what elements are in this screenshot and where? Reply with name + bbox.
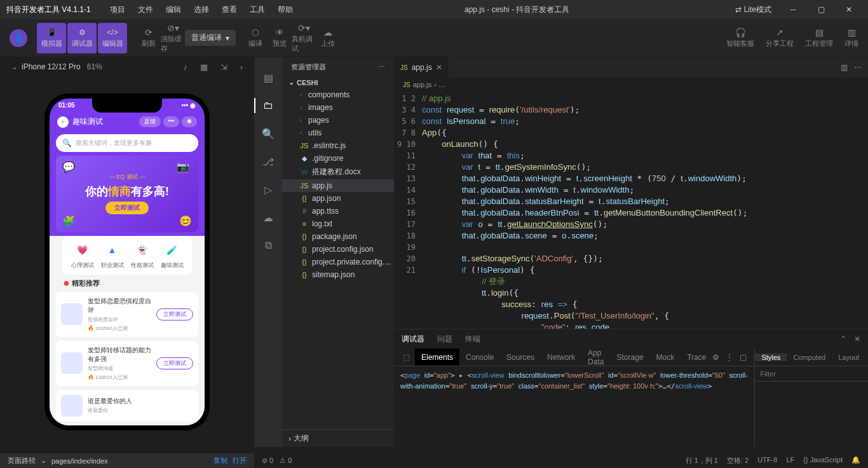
split-icon[interactable]: ▥ — [841, 63, 848, 72]
activity-stats[interactable]: ⧉ — [254, 231, 282, 259]
maximize-button[interactable]: ▢ — [808, 1, 834, 18]
copy-link[interactable]: 复制 — [214, 456, 227, 465]
search-input[interactable]: 🔍搜索关键词，发现更多有趣 — [56, 134, 198, 152]
styles-tab-layout[interactable]: Layout — [832, 354, 865, 361]
eol[interactable]: LF — [786, 456, 794, 465]
minimap[interactable] — [817, 92, 868, 329]
file-gitignore[interactable]: ◆.gitignore — [282, 152, 394, 165]
styles-filter[interactable] — [760, 370, 868, 378]
styles-tab-styles[interactable]: Styles — [755, 354, 787, 361]
phone-screen[interactable]: 01:05••• ◉ ✦ 趣味测试 反馈 ••• ◉ 🔍搜索关键词，发现更多有趣… — [50, 99, 205, 425]
activity-cloud[interactable]: ☁ — [254, 203, 282, 231]
breadcrumb[interactable]: JS app.js › … — [394, 78, 868, 92]
language-mode[interactable]: {} JavaScript — [803, 456, 843, 465]
cat-fun[interactable]: 🧪趣味测试 — [161, 241, 184, 270]
gear-icon[interactable]: ⚙ — [712, 353, 719, 362]
debug-tab-terminal[interactable]: 终端 — [465, 334, 480, 345]
tab-appjs[interactable]: JSapp.js✕ — [394, 57, 449, 78]
cat-psych[interactable]: 💗心理测试 — [71, 241, 94, 270]
close-button[interactable]: ✕ — [836, 1, 862, 18]
errors-count[interactable]: ⊘ 0 — [262, 457, 273, 465]
cat-career[interactable]: ▲职业测试 — [101, 241, 124, 270]
chevron-right-icon[interactable]: › — [240, 62, 243, 72]
editor-toggle[interactable]: </>编辑器 — [98, 23, 127, 53]
menu-tools[interactable]: 工具 — [243, 4, 271, 15]
subtab-sources[interactable]: Sources — [500, 348, 541, 366]
file-appjson[interactable]: {}app.json — [282, 192, 394, 205]
export-icon[interactable]: ⇲ — [220, 62, 227, 72]
subtab-elements[interactable]: Elements — [415, 348, 459, 366]
file-appttss[interactable]: #app.ttss — [282, 205, 394, 217]
user-avatar[interactable]: 👤 — [10, 29, 27, 47]
activity-git[interactable]: ⎇ — [254, 148, 282, 176]
douyin-icon[interactable]: ♪ — [183, 62, 187, 72]
menu-select[interactable]: 选择 — [187, 4, 215, 15]
file-sitemap[interactable]: {}sitemap.json — [282, 268, 394, 281]
minimize-button[interactable]: ─ — [780, 1, 806, 18]
zoom-level[interactable]: 61% — [87, 62, 102, 71]
project-mgmt-button[interactable]: ▤工程管理 — [805, 27, 833, 48]
activity-pages[interactable]: ▤ — [254, 64, 282, 92]
more-icon[interactable]: ⋯ — [854, 63, 862, 72]
device-debug-button[interactable]: ⟳▾真机调试 — [292, 23, 316, 53]
outline-section[interactable]: › 大纲 — [282, 429, 394, 447]
menu-view[interactable]: 查看 — [215, 4, 243, 15]
list-item[interactable]: 发型师转移话题的能力有多强发型师沟通🔥 138019人已测立即测试 — [56, 341, 198, 386]
refresh-button[interactable]: ⟳刷新 — [137, 23, 161, 53]
folder-images[interactable]: ›images — [282, 101, 394, 114]
close-icon[interactable]: ✕ — [854, 334, 860, 343]
banner[interactable]: 💬📷 🧩😊 — EQ 测试 — 你的情商有多高! 立即测试 — [56, 156, 198, 232]
file-package[interactable]: {}package.json — [282, 230, 394, 243]
folder-utils[interactable]: ›utils — [282, 127, 394, 139]
activity-search[interactable]: 🔍 — [254, 120, 282, 148]
share-button[interactable]: ↗分享工程 — [766, 27, 794, 48]
menu-project[interactable]: 项目 — [104, 4, 132, 15]
cursor-position[interactable]: 行 1，列 1 — [686, 456, 718, 465]
code-editor[interactable]: // app.js const request = require('/util… — [422, 92, 817, 329]
subtab-mock[interactable]: Mock — [650, 348, 681, 366]
dock-icon[interactable]: ▢ — [740, 353, 747, 362]
file-projectconfig[interactable]: {}project.config.json — [282, 243, 394, 256]
more-badge[interactable]: ••• — [163, 116, 179, 127]
compile-mode-select[interactable]: 普通编译 ▾ — [185, 30, 236, 46]
banner-cta[interactable]: 立即测试 — [105, 202, 149, 214]
file-log[interactable]: ≡log.txt — [282, 217, 394, 230]
list-item[interactable]: 发型师恋爱恐惧程度自评恐惧程度自评🔥 203560人已测立即测试 — [56, 292, 198, 337]
support-button[interactable]: 🎧智能客服 — [726, 27, 754, 48]
cat-personality[interactable]: 👻性格测试 — [131, 241, 154, 270]
bell-icon[interactable]: 🔔 — [851, 456, 860, 465]
page-path-input[interactable] — [51, 457, 208, 465]
subtab-network[interactable]: Network — [541, 348, 581, 366]
grid-icon[interactable]: ▦ — [200, 62, 208, 72]
feedback-badge[interactable]: 反馈 — [139, 116, 161, 127]
upload-button[interactable]: ☁上传 — [316, 23, 340, 53]
debug-tab-problems[interactable]: 问题 — [437, 334, 452, 345]
file-projectprivate[interactable]: {}project.private.config.... — [282, 256, 394, 268]
styles-tab-computed[interactable]: Computed — [787, 354, 832, 361]
close-icon[interactable]: ✕ — [436, 63, 442, 72]
chevron-down-icon[interactable]: ⌄ — [41, 457, 46, 465]
simulator-toggle[interactable]: 📱模拟器 — [37, 23, 66, 53]
warnings-count[interactable]: ⚠ 0 — [280, 457, 292, 465]
debugger-toggle[interactable]: ⚙调试器 — [67, 23, 97, 53]
close-badge[interactable]: ◉ — [182, 116, 197, 127]
activity-debug[interactable]: ▷ — [254, 176, 282, 203]
dom-tree[interactable]: <page id="app"> ▸ <scroll-view bindscrol… — [394, 366, 754, 447]
subtab-trace[interactable]: Trace — [681, 348, 712, 366]
indent-setting[interactable]: 空格: 2 — [727, 456, 749, 465]
details-button[interactable]: ▥详情 — [844, 27, 858, 48]
lite-mode-toggle[interactable]: ⇄ Lite模式 — [735, 4, 771, 15]
dots-icon[interactable]: ⋮ — [726, 353, 733, 362]
preview-button[interactable]: 👁预览 — [268, 23, 292, 53]
device-selector[interactable]: ⌄ iPhone 12/12 Pro — [11, 62, 81, 71]
menu-file[interactable]: 文件 — [132, 4, 159, 15]
file-eslintrc[interactable]: JS.eslintrc.js — [282, 139, 394, 152]
explorer-more-icon[interactable]: ⋯ — [378, 63, 385, 71]
file-appjs[interactable]: JSapp.js — [282, 179, 394, 192]
debug-tab-debugger[interactable]: 调试器 — [402, 334, 424, 345]
file-docx[interactable]: W搭建教程.docx — [282, 165, 394, 179]
root-folder[interactable]: ⌄CESHI — [282, 76, 394, 88]
folder-pages[interactable]: ›pages — [282, 114, 394, 127]
list-item[interactable]: 谁是最爱你的人谁最爱你 — [56, 390, 198, 422]
inspect-icon[interactable]: ⬚ — [398, 348, 415, 366]
